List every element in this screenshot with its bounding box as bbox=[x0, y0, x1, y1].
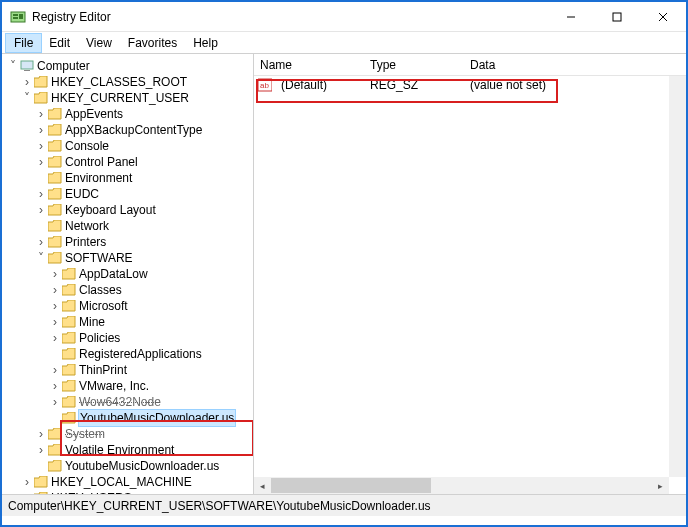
expand-icon[interactable]: › bbox=[34, 186, 48, 202]
content: ˅Computer ›HKEY_CLASSES_ROOT ˅HKEY_CURRE… bbox=[2, 54, 686, 494]
svg-text:ab: ab bbox=[260, 81, 269, 90]
maximize-button[interactable] bbox=[594, 2, 640, 31]
tree-item-environment[interactable]: Environment bbox=[6, 170, 253, 186]
tree-item-hku[interactable]: ›HKEY_USERS bbox=[6, 490, 253, 494]
expand-icon[interactable]: › bbox=[48, 314, 62, 330]
list-row[interactable]: ab (Default) REG_SZ (value not set) bbox=[254, 76, 686, 94]
folder-icon bbox=[62, 332, 76, 344]
column-header-data[interactable]: Data bbox=[464, 58, 686, 72]
tree-item-hkcr[interactable]: ›HKEY_CLASSES_ROOT bbox=[6, 74, 253, 90]
menu-file[interactable]: File bbox=[6, 34, 41, 52]
expand-icon[interactable]: › bbox=[48, 298, 62, 314]
folder-icon bbox=[48, 188, 62, 200]
folder-icon bbox=[48, 108, 62, 120]
folder-icon bbox=[48, 156, 62, 168]
expand-icon[interactable]: › bbox=[34, 138, 48, 154]
tree-item-computer[interactable]: ˅Computer bbox=[6, 58, 253, 74]
collapse-icon[interactable]: ˅ bbox=[20, 90, 34, 106]
folder-icon bbox=[48, 460, 62, 472]
scroll-left-icon[interactable]: ◂ bbox=[254, 477, 271, 494]
svg-rect-5 bbox=[613, 13, 621, 21]
tree-item-volatile[interactable]: ›Volatile Environment bbox=[6, 442, 253, 458]
expand-icon[interactable]: › bbox=[20, 74, 34, 90]
expand-icon[interactable]: › bbox=[48, 330, 62, 346]
folder-icon bbox=[48, 204, 62, 216]
tree-item-classes[interactable]: ›Classes bbox=[6, 282, 253, 298]
expand-icon[interactable]: › bbox=[48, 362, 62, 378]
titlebar: Registry Editor bbox=[2, 2, 686, 32]
tree-item-wow6432[interactable]: ›Wow6432Node bbox=[6, 394, 253, 410]
folder-icon bbox=[62, 380, 76, 392]
folder-icon bbox=[34, 92, 48, 104]
tree-item-thinprint[interactable]: ›ThinPrint bbox=[6, 362, 253, 378]
expand-icon[interactable]: › bbox=[34, 202, 48, 218]
tree-item-hklm[interactable]: ›HKEY_LOCAL_MACHINE bbox=[6, 474, 253, 490]
expand-icon[interactable]: › bbox=[48, 282, 62, 298]
regedit-icon bbox=[10, 9, 26, 25]
expand-icon[interactable]: › bbox=[20, 490, 34, 494]
tree-item-software[interactable]: ˅SOFTWARE bbox=[6, 250, 253, 266]
tree-item-policies[interactable]: ›Policies bbox=[6, 330, 253, 346]
minimize-button[interactable] bbox=[548, 2, 594, 31]
window-title: Registry Editor bbox=[32, 10, 548, 24]
tree-item-eudc[interactable]: ›EUDC bbox=[6, 186, 253, 202]
scrollbar-horizontal[interactable]: ◂ ▸ bbox=[254, 477, 669, 494]
scrollbar-thumb[interactable] bbox=[271, 478, 431, 493]
expand-icon[interactable]: › bbox=[34, 122, 48, 138]
folder-icon bbox=[62, 316, 76, 328]
expand-icon[interactable]: › bbox=[20, 474, 34, 490]
expand-icon[interactable]: › bbox=[48, 394, 62, 410]
menu-help[interactable]: Help bbox=[185, 34, 226, 52]
list-pane: Name Type Data ab (Default) REG_SZ (valu… bbox=[254, 54, 686, 494]
tree-pane[interactable]: ˅Computer ›HKEY_CLASSES_ROOT ˅HKEY_CURRE… bbox=[2, 54, 254, 494]
folder-icon bbox=[48, 428, 62, 440]
tree-item-youtubemusicdownloader-2[interactable]: YoutubeMusicDownloader.us bbox=[6, 458, 253, 474]
expand-icon[interactable]: › bbox=[48, 266, 62, 282]
collapse-icon[interactable]: ˅ bbox=[6, 58, 20, 74]
expand-icon[interactable]: › bbox=[34, 234, 48, 250]
tree-item-hkcu[interactable]: ˅HKEY_CURRENT_USER bbox=[6, 90, 253, 106]
status-path: Computer\HKEY_CURRENT_USER\SOFTWARE\Yout… bbox=[8, 499, 431, 513]
menu-favorites[interactable]: Favorites bbox=[120, 34, 185, 52]
tree-item-console[interactable]: ›Console bbox=[6, 138, 253, 154]
expand-icon[interactable]: › bbox=[34, 442, 48, 458]
tree-item-appdatalow[interactable]: ›AppDataLow bbox=[6, 266, 253, 282]
folder-icon bbox=[34, 476, 48, 488]
folder-icon bbox=[48, 444, 62, 456]
value-name: (Default) bbox=[275, 78, 364, 92]
tree-item-system[interactable]: ›System bbox=[6, 426, 253, 442]
expand-icon[interactable]: › bbox=[34, 106, 48, 122]
menubar: File Edit View Favorites Help bbox=[2, 32, 686, 54]
folder-icon bbox=[48, 236, 62, 248]
close-button[interactable] bbox=[640, 2, 686, 31]
folder-icon bbox=[62, 348, 76, 360]
expand-icon[interactable]: › bbox=[34, 426, 48, 442]
tree-item-vmware[interactable]: ›VMware, Inc. bbox=[6, 378, 253, 394]
window-controls bbox=[548, 2, 686, 31]
svg-rect-1 bbox=[13, 14, 18, 16]
tree-item-network[interactable]: Network bbox=[6, 218, 253, 234]
folder-icon bbox=[48, 140, 62, 152]
statusbar: Computer\HKEY_CURRENT_USER\SOFTWARE\Yout… bbox=[2, 494, 686, 516]
expand-icon[interactable]: › bbox=[48, 378, 62, 394]
tree-item-printers[interactable]: ›Printers bbox=[6, 234, 253, 250]
scroll-right-icon[interactable]: ▸ bbox=[652, 477, 669, 494]
tree-item-appevents[interactable]: ›AppEvents bbox=[6, 106, 253, 122]
computer-icon bbox=[20, 60, 34, 72]
folder-icon bbox=[34, 76, 48, 88]
collapse-icon[interactable]: ˅ bbox=[34, 250, 48, 266]
expand-icon[interactable]: › bbox=[34, 154, 48, 170]
tree-item-microsoft[interactable]: ›Microsoft bbox=[6, 298, 253, 314]
column-header-name[interactable]: Name bbox=[254, 58, 364, 72]
tree-item-regapps[interactable]: RegisteredApplications bbox=[6, 346, 253, 362]
column-header-type[interactable]: Type bbox=[364, 58, 464, 72]
tree-item-appxbackup[interactable]: ›AppXBackupContentType bbox=[6, 122, 253, 138]
tree-item-youtubemusicdownloader[interactable]: YoutubeMusicDownloader.us bbox=[6, 410, 253, 426]
menu-edit[interactable]: Edit bbox=[41, 34, 78, 52]
scrollbar-vertical[interactable] bbox=[669, 76, 686, 477]
tree-item-mine[interactable]: ›Mine bbox=[6, 314, 253, 330]
tree-item-controlpanel[interactable]: ›Control Panel bbox=[6, 154, 253, 170]
menu-view[interactable]: View bbox=[78, 34, 120, 52]
tree-item-keyboard[interactable]: ›Keyboard Layout bbox=[6, 202, 253, 218]
folder-icon bbox=[48, 252, 62, 264]
